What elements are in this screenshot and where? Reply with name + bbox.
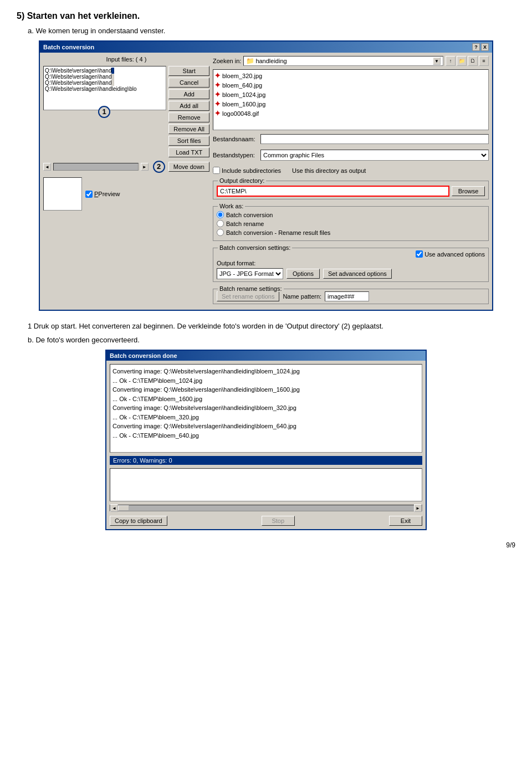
radio-batch-conv-rename[interactable]: Batch conversion - Rename result files [217, 229, 485, 236]
window-title: Batch conversion [43, 44, 94, 50]
file-icon-2: ✦ [214, 81, 221, 89]
stop-button[interactable]: Stop [262, 516, 295, 526]
preview-label: PPreview [94, 191, 120, 197]
folder-icon: 📁 [246, 57, 254, 65]
use-advanced-label: Use advanced options [416, 250, 485, 258]
output-directory-title: Output directory: [218, 177, 266, 184]
log-line-7: Converting image: Q:\Website\verslagen\h… [112, 422, 420, 431]
browser-file-3[interactable]: ✦ bloem_1024.jpg [214, 90, 487, 99]
file-icon-3: ✦ [214, 90, 221, 99]
left-panel: Input files: ( 4 ) Q:\Website\verslagen\… [43, 56, 209, 306]
file-item-4: Q:\Website\verslagen\handleiding\blo [45, 86, 165, 92]
radio-batch-rename-label: Batch rename [226, 221, 264, 227]
output-dir-input[interactable] [217, 186, 449, 197]
scroll-h-right[interactable]: ► [414, 504, 422, 512]
file-browser[interactable]: ✦ bloem_320.jpg ✦ bloem_640.jpg ✦ bloem_… [213, 69, 489, 130]
scroll-track[interactable] [53, 163, 139, 171]
scroll-h-left[interactable]: ◄ [110, 504, 118, 512]
bestandsnaam-input[interactable] [260, 134, 489, 144]
browser-filename-5: logo00048.gif [222, 110, 259, 117]
use-advanced-text: Use advanced options [424, 251, 485, 258]
zoeken-row: Zoeken in: 📁 handleiding ▼ ↑ 📁 🗋 ≡ [213, 56, 489, 66]
nav-view-btn[interactable]: ≡ [479, 56, 489, 66]
file-item-2: Q:\Website\verslagen\handc [45, 74, 165, 80]
format-combo[interactable]: JPG - JPEG Format [217, 268, 283, 279]
browser-file-1[interactable]: ✦ bloem_320.jpg [214, 71, 487, 80]
use-advanced-checkbox[interactable] [416, 250, 423, 258]
remove-button[interactable]: Remove [168, 112, 209, 122]
close-button[interactable]: X [481, 43, 489, 51]
advanced-row: Use advanced options [217, 250, 485, 258]
errors-bar: Errors: 0, Warnings: 0 [110, 456, 422, 465]
radio-batch-conv-rename-input[interactable] [217, 229, 224, 236]
scroll-left-btn[interactable]: ◄ [43, 163, 51, 171]
badge-1: 1 [98, 106, 111, 118]
include-subdirs-checkbox[interactable] [213, 167, 220, 174]
page-heading: 5) Starten van het verkleinen. [17, 11, 515, 21]
window-title-buttons: ? X [472, 43, 489, 51]
preview-checkbox[interactable] [85, 191, 93, 198]
browser-filename-4: bloem_1600.jpg [222, 101, 265, 107]
folder-dropdown-arrow[interactable]: ▼ [433, 57, 441, 65]
use-directory-text: Use this directory as output [292, 167, 366, 174]
log-line-2: ... Ok - C:\TEMP\bloem_1024.jpg [112, 376, 420, 386]
file-icon-1: ✦ [214, 71, 221, 80]
radio-batch-conv-rename-label: Batch conversion - Rename result files [226, 229, 330, 236]
cancel-button[interactable]: Cancel [168, 78, 209, 88]
format-select[interactable]: JPG - JPEG Format [217, 268, 283, 279]
browser-file-4[interactable]: ✦ bloem_1600.jpg [214, 99, 487, 109]
exit-button[interactable]: Exit [389, 516, 422, 526]
preview-checkbox-label: PPreview [85, 191, 120, 198]
scroll-right-btn[interactable]: ► [141, 163, 149, 171]
bestandsnaam-row: Bestandsnaam: [213, 134, 489, 144]
name-pattern-label: Name pattern: [283, 293, 321, 300]
bestandstypen-combo[interactable]: Common graphic Files [260, 150, 489, 161]
browser-file-5[interactable]: ✦ logo00048.gif [214, 109, 487, 118]
copy-clipboard-button[interactable]: Copy to clipboard [110, 516, 167, 526]
add-button[interactable]: Add [168, 89, 209, 99]
scroll-h-thumb[interactable] [118, 505, 129, 511]
browser-filename-2: bloem_640.jpg [222, 82, 262, 89]
bestandstypen-select[interactable]: Common graphic Files [260, 150, 489, 161]
scrollbar-h[interactable]: ◄ ► [110, 505, 422, 511]
load-txt-button[interactable]: Load TXT [168, 147, 209, 157]
add-all-button[interactable]: Add all [168, 101, 209, 111]
batch-settings-group: Batch conversion settings: Use advanced … [213, 248, 489, 282]
left-top: Q:\Website\verslagen\handc Q:\Website\ve… [43, 66, 209, 157]
name-pattern-input[interactable] [325, 291, 369, 301]
set-rename-button[interactable]: Set rename options [217, 291, 279, 301]
log-line-4: ... Ok - C:\TEMP\bloem_1600.jpg [112, 394, 420, 404]
remove-all-button[interactable]: Remove All [168, 124, 209, 134]
log-line-8: ... Ok - C:\TEMP\bloem_640.jpg [112, 431, 420, 440]
nav-new-btn[interactable]: 🗋 [468, 56, 478, 66]
output-format-label: Output format: [217, 260, 255, 266]
badge-2-container: 2 [153, 161, 166, 173]
format-select-row: JPG - JPEG Format Options Set advanced o… [217, 268, 485, 279]
browser-file-2[interactable]: ✦ bloem_640.jpg [214, 80, 487, 90]
radio-batch-conversion[interactable]: Batch conversion [217, 211, 485, 218]
options-button[interactable]: Options [287, 269, 320, 279]
toolbar-buttons: ↑ 📁 🗋 ≡ [446, 56, 489, 66]
nav-up-btn[interactable]: ↑ [446, 56, 456, 66]
page-number: 9/9 [17, 541, 515, 549]
radio-batch-rename[interactable]: Batch rename [217, 220, 485, 227]
radio-batch-rename-input[interactable] [217, 220, 224, 227]
sub-heading-a: a. We komen terug in onderstaand venster… [28, 27, 515, 35]
log-line-6: ... Ok - C:\TEMP\bloem_320.jpg [112, 413, 420, 422]
button-column: Start Cancel Add Add all Remove Remove A… [168, 66, 209, 157]
sort-files-button[interactable]: Sort files [168, 136, 209, 146]
start-button[interactable]: Start [168, 66, 209, 76]
file-list-box[interactable]: Q:\Website\verslagen\handc Q:\Website\ve… [43, 66, 166, 110]
set-advanced-button[interactable]: Set advanced options [323, 269, 392, 279]
folder-combo[interactable]: 📁 handleiding ▼ [243, 56, 443, 66]
help-button[interactable]: ? [472, 43, 480, 51]
browse-button[interactable]: Browse [452, 186, 485, 196]
folder-name: handleiding [255, 58, 432, 64]
radio-batch-conversion-input[interactable] [217, 211, 224, 218]
log-line-5: Converting image: Q:\Website\verslagen\h… [112, 403, 420, 413]
subdirs-row: Include subdirectories Use this director… [213, 167, 489, 174]
nav-folder-btn[interactable]: 📁 [457, 56, 467, 66]
para-1: 1 Druk op start. Het converteren zal beg… [28, 322, 515, 330]
move-down-button[interactable]: Move down [168, 162, 209, 172]
log-line-1: Converting image: Q:\Website\verslagen\h… [112, 367, 420, 376]
